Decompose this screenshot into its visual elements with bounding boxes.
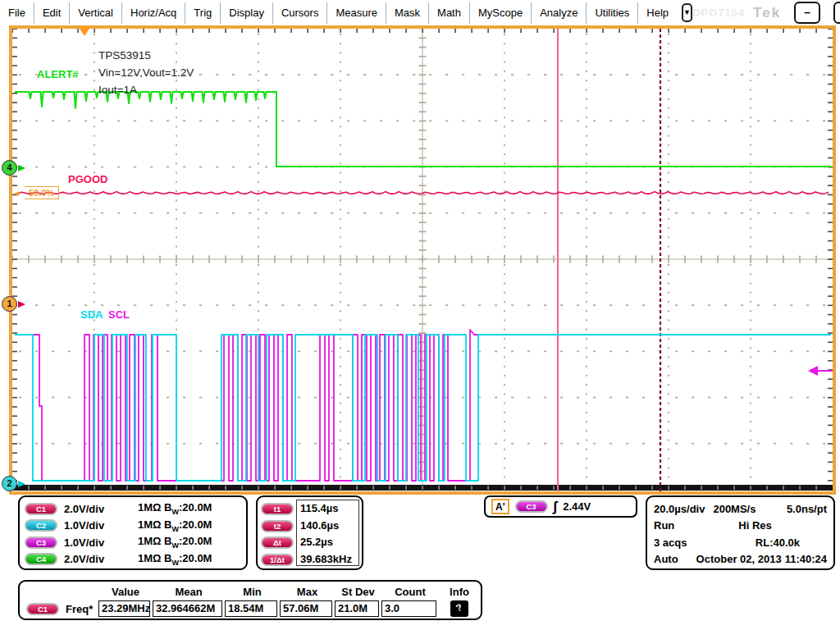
- channel1-marker-label: 1: [7, 299, 11, 308]
- menu-item-help[interactable]: Help: [637, 2, 677, 24]
- measurement-panel: ValueMeanMinMaxSt DevCountInfo C1Freq*23…: [18, 580, 482, 620]
- waveform-display: TPS53915 Vin=12V,Vout=1.2V Iout=1A ALERT…: [9, 25, 836, 495]
- trigger-event-badge: A': [491, 499, 509, 514]
- meas-header-st-dev: St Dev: [335, 583, 381, 600]
- trigger-mode: Auto: [654, 553, 678, 565]
- menu-item-trig[interactable]: Trig: [185, 2, 220, 24]
- date-label: October 02, 2013: [696, 553, 782, 565]
- channel-pill-c1[interactable]: C1: [25, 503, 57, 515]
- channel-scale: 2.0V/div: [64, 553, 126, 565]
- cursor-pill-t1[interactable]: t1: [261, 503, 294, 515]
- trigger-level-tag[interactable]: ◄ 50.0%: [12, 186, 59, 199]
- timebase-panel: 20.0µs/div 200MS/s 5.0ns/pt Run Hi Res 3…: [646, 495, 835, 570]
- acquisition-mode: Hi Res: [738, 519, 771, 532]
- cursor-pill-t2[interactable]: t2: [261, 520, 294, 532]
- channel-scale: 1.0V/div: [64, 536, 126, 549]
- menu-items: FileEditVerticalHoriz/AcqTrigDisplayCurs…: [0, 0, 677, 25]
- channel-pill-c2[interactable]: C2: [25, 519, 57, 532]
- acquisition-count: 3 acqs: [654, 536, 687, 549]
- menu-item-measure[interactable]: Measure: [326, 2, 386, 24]
- annotation-device: TPS53915: [98, 47, 194, 64]
- meas-source-pill[interactable]: C1: [26, 603, 59, 615]
- meas-header-max: Max: [280, 583, 335, 600]
- cursor-readout-panel: t1t2Δt1/Δt 115.4µs140.6µs25.2µs39.683kHz: [256, 495, 363, 570]
- channel1-ground-marker[interactable]: 1: [2, 296, 17, 312]
- channel1-marker-arrow-icon: [18, 301, 25, 308]
- channel-row-c3: C31.0V/div1MΩ BW:20.0M: [25, 534, 241, 551]
- menu-item-file[interactable]: File: [0, 2, 34, 24]
- cursor-value-t1: 115.4µs: [297, 500, 358, 518]
- label-pgood: PGOOD: [68, 173, 107, 185]
- meas-cell-st-dev: 21.0M: [335, 600, 379, 617]
- trigger-readout-panel: A' C3 ∫ 2.44V: [484, 495, 637, 518]
- time-label: 11:40:24: [785, 553, 827, 565]
- menu-item-vertical[interactable]: Vertical: [69, 2, 121, 24]
- channel-scale: 1.0V/div: [64, 519, 126, 532]
- info-icon[interactable]: ?: [450, 600, 468, 617]
- menu-item-display[interactable]: Display: [220, 2, 272, 24]
- cursor-pill-column: t1t2Δt1/Δt: [261, 500, 294, 568]
- menu-item-utilities[interactable]: Utilities: [586, 2, 637, 24]
- menu-item-analyze[interactable]: Analyze: [531, 2, 586, 24]
- meas-cell-count: 3.0: [381, 600, 436, 617]
- trigger-level-arrow-icon[interactable]: [808, 366, 818, 376]
- menu-item-mask[interactable]: Mask: [386, 2, 428, 24]
- meas-cell-min: 18.54M: [225, 600, 277, 617]
- minimize-button[interactable]: –: [794, 2, 820, 24]
- meas-header-info: Info: [439, 583, 480, 600]
- channel-impedance-bandwidth: 1MΩ BW:20.0M: [138, 501, 212, 516]
- cursor-pill--t[interactable]: Δt: [261, 536, 294, 549]
- annotation-iout: Iout=1A: [98, 81, 194, 98]
- channel4-marker-label: 4: [7, 162, 11, 172]
- menu-item-horiz-acq[interactable]: Horiz/Acq: [121, 2, 185, 24]
- channel-row-c4: C42.0V/div1MΩ BW:20.0M: [25, 551, 241, 568]
- channel-pill-c3[interactable]: C3: [25, 536, 57, 549]
- label-scl: SCL: [108, 308, 130, 321]
- meas-name: Freq*: [66, 603, 93, 615]
- channel-row-c1: C12.0V/div1MΩ BW:20.0M: [25, 500, 241, 518]
- trigger-tag-arrow-icon: ◄: [12, 189, 21, 198]
- menu-item-cursors[interactable]: Cursors: [272, 2, 327, 24]
- label-sda: SDA: [80, 308, 103, 321]
- tek-logo: Tek: [753, 5, 781, 21]
- meas-info[interactable]: ?: [439, 600, 480, 617]
- channel2-marker-label: 2: [7, 478, 11, 488]
- trigger-level-readout: 2.44V: [563, 500, 591, 513]
- cursor-value--t: 25.2µs: [297, 534, 358, 551]
- meas-header-mean: Mean: [153, 583, 225, 600]
- acquisition-state: Run: [654, 519, 674, 532]
- trigger-position-marker[interactable]: [78, 26, 91, 36]
- label-alert: ALERT#: [37, 68, 79, 80]
- channel2-ground-marker[interactable]: 2: [2, 476, 17, 491]
- channel-impedance-bandwidth: 1MΩ BW:20.0M: [138, 552, 212, 567]
- sample-rate: 200MS/s: [713, 503, 756, 515]
- cursor-pill-1-t[interactable]: 1/Δt: [261, 554, 294, 566]
- annotation-vin-vout: Vin=12V,Vout=1.2V: [98, 64, 194, 81]
- close-button[interactable]: X: [833, 2, 840, 24]
- channel-pill-c4[interactable]: C4: [25, 553, 57, 565]
- channel4-ground-marker[interactable]: 4: [2, 160, 17, 176]
- channel-impedance-bandwidth: 1MΩ BW:20.0M: [138, 518, 212, 533]
- meas-cell-mean: 32.964662M: [153, 600, 222, 617]
- timebase-scale: 20.0µs/div: [654, 503, 705, 515]
- sample-resolution: 5.0ns/pt: [787, 503, 827, 515]
- measurement-header-row: ValueMeanMinMaxSt DevCountInfo: [21, 583, 481, 600]
- channel-row-c2: C21.0V/div1MΩ BW:20.0M: [25, 518, 241, 535]
- measurement-data-row: C1Freq*23.29MHz32.964662M18.54M57.06M21.…: [21, 600, 481, 617]
- channel4-marker-arrow-icon: [18, 165, 25, 171]
- brand-area: DPO7104 Tek – X: [692, 2, 840, 24]
- menu-item-edit[interactable]: Edit: [34, 2, 69, 24]
- channel-scale: 2.0V/div: [64, 503, 126, 515]
- menu-item-math[interactable]: Math: [428, 2, 469, 24]
- channel2-marker-arrow-icon: [18, 481, 25, 487]
- channel-settings-panel: C12.0V/div1MΩ BW:20.0MC21.0V/div1MΩ BW:2…: [18, 495, 248, 570]
- meas-header-value: Value: [98, 583, 153, 600]
- menu-item-myscope[interactable]: MyScope: [469, 2, 531, 24]
- meas-header-min: Min: [225, 583, 280, 600]
- meas-cell-max: 57.06M: [280, 600, 332, 617]
- menu-overflow-button[interactable]: ▼: [682, 3, 692, 22]
- menu-bar: FileEditVerticalHoriz/AcqTrigDisplayCurs…: [0, 0, 840, 25]
- trigger-source-pill[interactable]: C3: [515, 500, 548, 513]
- channel-impedance-bandwidth: 1MΩ BW:20.0M: [138, 535, 212, 550]
- record-length: RL:40.0k: [756, 536, 800, 549]
